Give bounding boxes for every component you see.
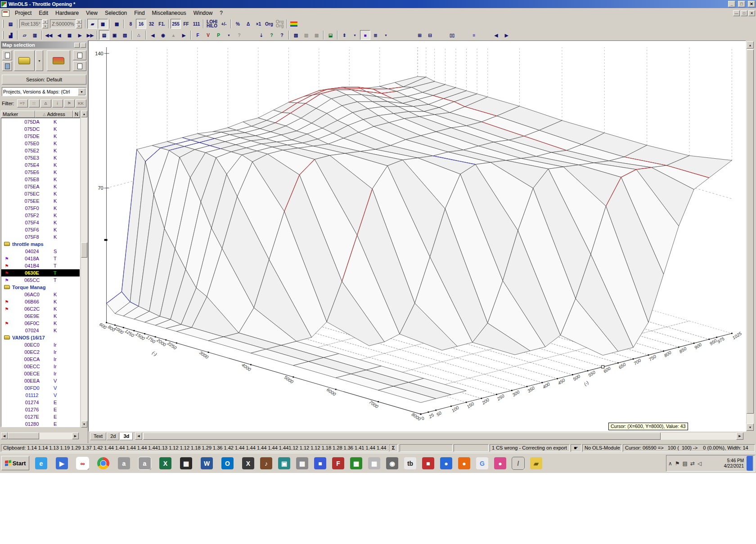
chart-hscrollbar[interactable] xyxy=(142,433,736,440)
taskbar-green-board[interactable]: ▩ xyxy=(350,457,362,469)
list-item[interactable]: 075E6K xyxy=(1,169,80,176)
chart-vscrollbar[interactable] xyxy=(747,49,754,424)
list-item[interactable]: 075F6K xyxy=(1,226,80,233)
hex-button[interactable]: FF xyxy=(181,19,191,29)
taskbar-blue-circle-app[interactable]: ● xyxy=(440,457,452,469)
list-item[interactable]: ⚑0630ET xyxy=(1,269,80,276)
column-marker[interactable]: Marker xyxy=(1,111,35,118)
mdi-minimize-button[interactable]: — xyxy=(733,10,740,16)
taskbar-folder[interactable]: ▰ xyxy=(530,457,542,469)
split-add-button[interactable]: ⊞ xyxy=(414,30,425,40)
chart-vscrollbar-thumb[interactable] xyxy=(747,49,754,414)
list-item[interactable]: ⚑06C2CK xyxy=(1,305,80,312)
view-axes-button[interactable]: ▦ xyxy=(98,19,108,29)
filter-flag-button[interactable]: ⚑ xyxy=(64,99,75,107)
show-desktop-button[interactable] xyxy=(747,456,753,471)
maximize-button[interactable]: □ xyxy=(738,1,745,7)
align-columns-button[interactable]: ≡ xyxy=(469,30,479,40)
chevron-down-icon[interactable]: ▼ xyxy=(78,88,86,95)
list-item[interactable]: 06E9EK xyxy=(1,312,80,320)
color-legend-button[interactable] xyxy=(289,19,299,29)
column-address[interactable]: △Address xyxy=(35,111,73,118)
tray-network-icon[interactable]: ▤ xyxy=(683,460,688,467)
taskbar-media-player[interactable]: ▶ xyxy=(56,457,68,469)
org-button[interactable]: Org xyxy=(264,19,274,29)
percent-button[interactable]: % xyxy=(233,19,243,29)
minimize-button[interactable]: _ xyxy=(728,1,735,7)
menu-selection[interactable]: Selection xyxy=(101,9,130,18)
binoculars-search-button[interactable]: ◉ xyxy=(158,30,168,40)
chart-scroll-down-button[interactable]: ▼ xyxy=(747,424,754,431)
panel-hscrollbar[interactable] xyxy=(8,433,72,439)
map-3d-view[interactable]: 7014060080010001250150017502000225030004… xyxy=(88,40,746,432)
panel-title-bar[interactable]: Map selection xyxy=(1,41,87,49)
width-16-button[interactable]: 16 xyxy=(136,19,146,29)
save-project-button[interactable] xyxy=(2,61,12,71)
tray-notify-flag-icon[interactable]: ⚑ xyxy=(675,460,680,467)
prev-map-button[interactable]: ◀ xyxy=(491,30,501,40)
taskbar-internet-explorer[interactable]: e xyxy=(35,457,47,469)
auto-detect-button[interactable]: ⇣ xyxy=(256,30,266,40)
open-project-button[interactable] xyxy=(14,50,35,71)
prev-version-button[interactable]: ◀ xyxy=(54,30,64,40)
map-wizard-button[interactable]: ▨ xyxy=(301,30,311,40)
layout-dropdown-button[interactable]: ▼ xyxy=(381,30,391,40)
tray-usb-device-icon[interactable]: ⇄ xyxy=(690,460,695,467)
delta-button[interactable]: Δ xyxy=(243,19,253,29)
layout-button[interactable]: ≣ xyxy=(370,30,381,40)
hand-icon[interactable]: ☛ xyxy=(571,444,581,452)
list-item[interactable]: 075EAK xyxy=(1,183,80,190)
matrix-view-button[interactable]: ▩ xyxy=(112,19,122,29)
forward-button[interactable]: ▶ xyxy=(179,30,189,40)
list-item[interactable]: ⚑041B4T xyxy=(1,262,80,269)
tray-volume-icon[interactable]: ◁ xyxy=(698,460,702,467)
list-item[interactable]: 07024K xyxy=(1,327,80,334)
profile-button[interactable]: ▟ xyxy=(5,30,16,40)
rot-spinner[interactable]: ▲▼ xyxy=(42,19,48,28)
list-item[interactable]: 075F4K xyxy=(1,219,80,226)
width-float-button[interactable]: F1. xyxy=(157,19,167,29)
chart-scroll-up-button[interactable]: ▲ xyxy=(747,41,754,49)
help-button[interactable]: ? xyxy=(234,30,244,40)
taskbar-music-app[interactable]: ♪ xyxy=(260,457,272,469)
menu-hardware[interactable]: Hardware xyxy=(52,9,82,18)
last-version-button[interactable]: ▶▶ xyxy=(85,30,95,40)
taskbar-wrench-tool[interactable]: / xyxy=(512,457,524,469)
new-window-button[interactable]: ▱ xyxy=(19,30,30,40)
taskbar-google-app[interactable]: G xyxy=(476,457,488,469)
map-list-button[interactable]: ▧ xyxy=(120,30,130,40)
tab-2d[interactable]: 2d xyxy=(107,433,119,440)
sort-order-button[interactable]: ⇕ xyxy=(339,30,350,40)
panel-scroll-right-button[interactable]: ▶ xyxy=(72,433,79,439)
taskbar-eprom-chip[interactable]: ▦ xyxy=(180,457,192,469)
pause-compare-button[interactable]: ▯▯ xyxy=(447,30,457,40)
import-file-button[interactable] xyxy=(73,50,86,60)
menu-find[interactable]: Find xyxy=(130,9,148,18)
list-item[interactable]: 01112V xyxy=(1,392,80,399)
list-item[interactable]: 075E0K xyxy=(1,140,80,147)
factor-button[interactable]: ×1 xyxy=(253,19,264,29)
hill-search-button[interactable]: ▲ xyxy=(168,30,179,40)
title-bar[interactable]: WinOLS - Throttle Opening * _ □ ✕ xyxy=(0,0,756,8)
list-item[interactable]: 0127EE xyxy=(1,413,80,420)
list-item[interactable]: ⚑0418AT xyxy=(1,255,80,262)
list-folder-row[interactable]: Torque Manag xyxy=(1,284,80,291)
list-item[interactable]: 075ECK xyxy=(1,190,80,197)
panel-hscrollbar-thumb[interactable] xyxy=(8,433,39,439)
list-item[interactable]: ⚑06B66K xyxy=(1,298,80,305)
taskbar-camera-app[interactable]: ◉ xyxy=(386,457,398,469)
list-folder-row[interactable]: VANOS (16/17 xyxy=(1,334,80,341)
view-3d-button[interactable]: ▰ xyxy=(87,19,98,29)
filter-delta-button[interactable]: Δ xyxy=(40,99,51,107)
taskbar-outlook[interactable]: O xyxy=(221,457,234,469)
list-item[interactable]: 00EEAV xyxy=(1,377,80,384)
map-list[interactable]: 075DAK075DCK075DEK075E0K075E2K075E3K075E… xyxy=(1,118,80,427)
width-32-button[interactable]: 32 xyxy=(146,19,157,29)
binary-button[interactable]: 111 xyxy=(191,19,202,29)
tree-mode-dropdown[interactable]: Projects, Versions & Maps: (Ctrl ▼ xyxy=(2,87,86,96)
first-version-button[interactable]: ◀◀ xyxy=(44,30,54,40)
new-project-button[interactable] xyxy=(2,50,12,60)
list-scroll-up-button[interactable]: ▲ xyxy=(81,111,87,117)
export-file-button[interactable] xyxy=(73,61,86,71)
map-selection-button[interactable]: ▤ xyxy=(99,30,109,40)
